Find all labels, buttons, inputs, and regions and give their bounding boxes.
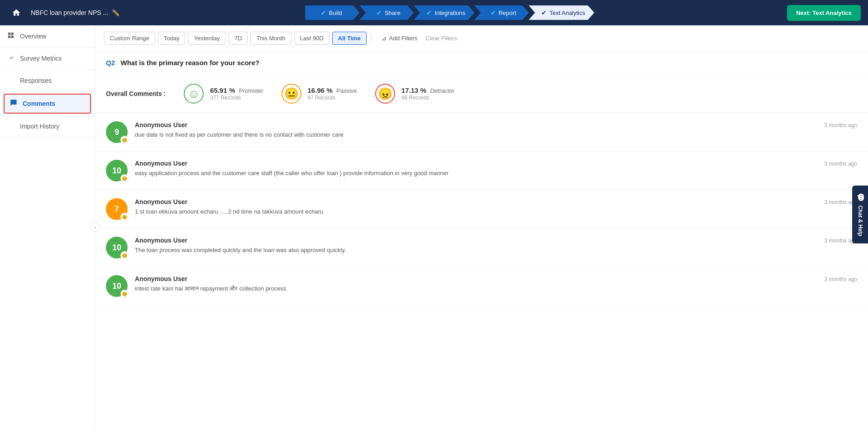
filter-bar: Custom Range Today Yesterday 7D This Mon… bbox=[95, 25, 868, 52]
step-report[interactable]: ✔ Report bbox=[474, 5, 529, 20]
check-icon: ✔ bbox=[541, 9, 547, 16]
filter-this-month[interactable]: This Month bbox=[250, 32, 291, 45]
step-text-analytics[interactable]: ✔ Text Analytics bbox=[529, 5, 594, 20]
comment-content: Anonymous User intest rate kam hai आसान … bbox=[135, 275, 857, 293]
comment-item: 7 😐 Anonymous User 1 st loan ekkuva amou… bbox=[95, 190, 868, 229]
comment-text: The loan process was completed quickly a… bbox=[135, 246, 857, 255]
step-share[interactable]: ✔ Share bbox=[359, 5, 414, 20]
score-badge: 😊 bbox=[120, 174, 129, 182]
sidebar-item-overview[interactable]: Overview bbox=[0, 25, 95, 48]
filter-7d[interactable]: 7D bbox=[229, 32, 248, 45]
add-filters-button[interactable]: ⊿ Add Filters bbox=[376, 32, 423, 44]
next-button[interactable]: Next: Text Analytics bbox=[787, 5, 861, 21]
clear-filters-button[interactable]: Clear Filters bbox=[425, 35, 457, 42]
comment-content: Anonymous User The loan process was comp… bbox=[135, 237, 857, 255]
detractor-emoji: 😠 bbox=[375, 84, 395, 104]
filter-divider bbox=[371, 33, 372, 43]
content-area: Custom Range Today Yesterday 7D This Mon… bbox=[95, 25, 868, 429]
check-icon: ✔ bbox=[377, 9, 382, 16]
comment-time: 3 months ago bbox=[824, 122, 857, 129]
sidebar-item-survey-metrics[interactable]: Survey Metrics bbox=[0, 48, 95, 70]
sidebar-item-import-history[interactable]: Import History bbox=[0, 115, 95, 138]
score-badge: 😊 bbox=[120, 251, 129, 259]
sidebar-item-comments[interactable]: Comments bbox=[4, 94, 91, 114]
comment-text: intest rate kam hai आसान repayment और co… bbox=[135, 284, 857, 293]
comment-user: Anonymous User bbox=[135, 237, 857, 244]
comment-user: Anonymous User bbox=[135, 121, 857, 129]
comment-content: Anonymous User due date is not fixed as … bbox=[135, 121, 857, 139]
overall-comments-label: Overall Comments : bbox=[106, 90, 166, 97]
overall-comments-section: Overall Comments : ☺ 65.91 % Promoter 37… bbox=[95, 75, 868, 113]
score-avatar: 10 😊 bbox=[106, 275, 128, 297]
score-avatar: 9 😊 bbox=[106, 121, 128, 143]
sidebar-item-responses[interactable]: Responses bbox=[0, 70, 95, 92]
comment-user: Anonymous User bbox=[135, 275, 857, 282]
passive-metric: 😐 16.96 % Passive 97 Records bbox=[281, 84, 357, 104]
comment-user: Anonymous User bbox=[135, 198, 857, 205]
promoter-metric: ☺ 65.91 % Promoter 377 Records bbox=[184, 84, 263, 104]
filter-last-90d[interactable]: Last 90D bbox=[294, 32, 329, 45]
comment-item: 10 😊 Anonymous User intest rate kam hai … bbox=[95, 267, 868, 305]
comments-icon bbox=[10, 99, 17, 108]
comment-time: 3 months ago bbox=[824, 161, 857, 167]
score-avatar: 10 😊 bbox=[106, 160, 128, 181]
comment-text: 1 st loan ekkuva amount echaru .....2 nd… bbox=[135, 207, 857, 216]
comment-text: easy application process and the custome… bbox=[135, 169, 857, 178]
score-badge: 😊 bbox=[120, 290, 129, 298]
comments-list: 9 😊 Anonymous User due date is not fixed… bbox=[95, 113, 868, 305]
filter-yesterday[interactable]: Yesterday bbox=[188, 32, 225, 45]
passive-text: 16.96 % Passive 97 Records bbox=[308, 86, 357, 101]
comment-item: 10 😊 Anonymous User easy application pro… bbox=[95, 152, 868, 190]
survey-title: NBFC loan provider NPS ... ✏️ bbox=[31, 9, 119, 16]
comment-content: Anonymous User easy application process … bbox=[135, 160, 857, 178]
filter-today[interactable]: Today bbox=[158, 32, 186, 45]
main-layout: ‹ Overview Survey Metrics Responses Comm… bbox=[0, 25, 868, 429]
detractor-metric: 😠 17.13 % Detractor 98 Records bbox=[375, 84, 454, 104]
sidebar: ‹ Overview Survey Metrics Responses Comm… bbox=[0, 25, 95, 429]
score-badge: 😐 bbox=[120, 213, 129, 221]
promoter-emoji: ☺ bbox=[184, 84, 204, 104]
comment-user: Anonymous User bbox=[135, 160, 857, 167]
comment-text: due date is not fixed as per customer an… bbox=[135, 130, 857, 139]
question-header: Q2 What is the primary reason for your s… bbox=[95, 52, 868, 75]
sidebar-collapse-button[interactable]: ‹ bbox=[90, 222, 100, 232]
promoter-text: 65.91 % Promoter 377 Records bbox=[210, 86, 263, 101]
detractor-text: 17.13 % Detractor 98 Records bbox=[401, 86, 454, 101]
survey-metrics-icon bbox=[7, 54, 14, 63]
chat-help-icon: 💬 bbox=[856, 193, 865, 201]
comment-time: 3 months ago bbox=[824, 276, 857, 282]
score-badge: 😊 bbox=[120, 136, 129, 144]
edit-icon[interactable]: ✏️ bbox=[112, 9, 119, 16]
score-avatar: 10 😊 bbox=[106, 237, 128, 258]
home-button[interactable] bbox=[7, 4, 25, 22]
pipeline-steps: ✔ Build ✔ Share ✔ Integrations ✔ Report … bbox=[305, 5, 594, 20]
responses-icon bbox=[7, 76, 14, 85]
passive-emoji: 😐 bbox=[281, 84, 301, 104]
score-avatar: 7 😐 bbox=[106, 198, 128, 220]
check-icon: ✔ bbox=[321, 9, 326, 16]
comment-content: Anonymous User 1 st loan ekkuva amount e… bbox=[135, 198, 857, 216]
chat-help-button[interactable]: 💬 Chat & Help bbox=[852, 186, 868, 243]
comment-item: 9 😊 Anonymous User due date is not fixed… bbox=[95, 113, 868, 152]
question-label: Q2 bbox=[106, 59, 115, 67]
check-icon: ✔ bbox=[426, 9, 432, 16]
scroll-area[interactable]: Q2 What is the primary reason for your s… bbox=[95, 52, 868, 429]
filter-all-time[interactable]: All Time bbox=[332, 32, 367, 45]
filter-icon: ⊿ bbox=[382, 35, 386, 42]
question-text: What is the primary reason for your scor… bbox=[120, 59, 259, 67]
import-history-icon bbox=[7, 122, 14, 131]
step-integrations[interactable]: ✔ Integrations bbox=[414, 5, 474, 20]
step-build[interactable]: ✔ Build bbox=[305, 5, 359, 20]
comment-item: 10 😊 Anonymous User The loan process was… bbox=[95, 229, 868, 267]
check-icon: ✔ bbox=[491, 9, 496, 16]
overview-icon bbox=[7, 32, 14, 41]
topbar: NBFC loan provider NPS ... ✏️ ✔ Build ✔ … bbox=[0, 0, 868, 25]
filter-custom-range[interactable]: Custom Range bbox=[104, 32, 155, 45]
